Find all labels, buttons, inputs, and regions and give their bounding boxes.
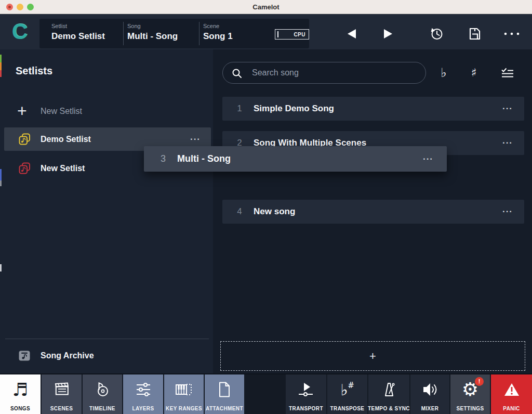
song-options-button[interactable]: ···: [502, 131, 513, 155]
tab-tempo-sync[interactable]: TEMPO & SYNC: [368, 374, 409, 414]
header-more-button[interactable]: [503, 32, 520, 36]
scene-label: Scene: [203, 23, 219, 29]
search-input[interactable]: [252, 62, 418, 83]
tab-label: TEMPO & SYNC: [368, 406, 410, 411]
archive-divider: [5, 339, 209, 339]
tab-label: SCENES: [50, 406, 73, 411]
speaker-icon: [410, 379, 449, 400]
search-icon: [232, 68, 243, 79]
song-options-button[interactable]: ···: [502, 97, 513, 121]
song-number: 1: [235, 97, 244, 121]
tab-panic[interactable]: PANIC: [491, 374, 532, 414]
macos-titlebar: Camelot: [0, 0, 532, 14]
song-options-button[interactable]: ···: [502, 200, 513, 224]
more-icon: [503, 32, 520, 36]
song-number: 3: [158, 146, 168, 172]
song-title: New song: [254, 200, 295, 224]
setlist-label: Setlist: [51, 23, 67, 29]
save-icon: [468, 27, 482, 41]
screen-edge-artifact: [0, 169, 2, 180]
tab-scenes[interactable]: SCENES: [42, 374, 82, 414]
sort-list-icon: [501, 67, 514, 79]
window-title: Camelot: [0, 0, 532, 14]
setlists-sidebar: [0, 49, 213, 373]
setlist-icon: [19, 133, 31, 145]
setlists-title: Setlists: [16, 65, 52, 77]
plus-icon: +: [221, 342, 525, 370]
tab-layers[interactable]: LAYERS: [123, 374, 163, 414]
tab-attachment[interactable]: ATTACHMENT: [205, 374, 244, 414]
song-row[interactable]: 1 Simple Demo Song ···: [222, 97, 524, 121]
song-label: Song: [127, 23, 141, 29]
divider: [199, 22, 200, 45]
app-header: C Setlist Demo Setlist Song Multi - Song…: [0, 14, 532, 49]
timeline-note-icon: [83, 379, 122, 400]
transport-icon: [286, 379, 326, 400]
sharp-filter-button[interactable]: ♯: [467, 62, 481, 84]
screen-edge-artifact: [0, 55, 2, 62]
song-value: Multi - Song: [127, 31, 178, 42]
document-icon: [205, 379, 244, 400]
song-title: Simple Demo Song: [254, 97, 334, 121]
clapperboard-icon: [42, 379, 82, 400]
dragged-song-row[interactable]: 3 Multi - Song ···: [144, 146, 447, 172]
tab-label: KEY RANGES: [166, 406, 202, 411]
next-song-button[interactable]: [381, 28, 395, 40]
tab-songs[interactable]: ♬ SONGS: [0, 374, 41, 414]
tab-label: TIMELINE: [89, 406, 115, 411]
camelot-logo: C: [0, 14, 39, 49]
divider: [123, 22, 124, 45]
setlist-name: New Setlist: [41, 157, 85, 180]
setlist-name: Demo Setlist: [41, 127, 91, 151]
song-archive-button[interactable]: Song Archive: [0, 344, 213, 368]
search-bar: [222, 62, 426, 84]
main-area: Setlists + New Setlist Demo Setlist ···: [0, 49, 532, 373]
tab-label: SONGS: [10, 406, 30, 411]
cpu-meter-level: [277, 31, 278, 37]
new-setlist-button[interactable]: + New Setlist: [0, 99, 213, 123]
tab-label: TRANSPORT: [289, 406, 323, 411]
sliders-icon: [123, 379, 163, 400]
tab-transpose[interactable]: ♭# TRANSPOSE: [327, 374, 367, 414]
screen-edge-artifact: [0, 180, 2, 186]
setlist-icon: [19, 162, 31, 174]
tab-transport[interactable]: TRANSPORT: [286, 374, 326, 414]
tab-timeline[interactable]: TIMELINE: [83, 374, 122, 414]
tab-label: PANIC: [503, 406, 520, 411]
song-title: Multi - Song: [177, 146, 231, 172]
tab-mixer[interactable]: MIXER: [410, 374, 449, 414]
cpu-label: CPU: [294, 32, 305, 37]
song-number: 4: [235, 200, 244, 224]
screen-edge-artifact: [0, 264, 2, 271]
screen-edge-artifact: [0, 70, 2, 77]
add-song-dropzone[interactable]: +: [220, 341, 525, 371]
history-icon: [430, 27, 444, 41]
tab-label: LAYERS: [132, 406, 154, 411]
tab-key-ranges[interactable]: KEY RANGES: [164, 374, 204, 414]
tab-settings[interactable]: ⚙ ! SETTINGS: [450, 374, 490, 414]
metronome-icon: [368, 379, 409, 400]
history-button[interactable]: [429, 27, 444, 41]
flat-filter-button[interactable]: ♭: [436, 62, 451, 84]
song-archive-icon: [18, 350, 31, 362]
tab-label: SETTINGS: [456, 406, 484, 411]
next-icon: [382, 28, 394, 40]
bottom-toolbar: ♬ SONGS SCENES: [0, 373, 532, 414]
previous-song-button[interactable]: [345, 28, 358, 40]
song-row[interactable]: 4 New song ···: [222, 200, 524, 224]
setlist-value: Demo Setlist: [51, 31, 105, 42]
warning-triangle-icon: [491, 379, 532, 400]
save-button[interactable]: [468, 27, 482, 41]
song-archive-label: Song Archive: [41, 344, 94, 368]
song-options-button[interactable]: ···: [423, 146, 433, 172]
scene-value: Song 1: [203, 31, 233, 42]
screen-edge-artifact: [0, 62, 2, 70]
plus-icon: +: [17, 100, 27, 121]
sort-songs-button[interactable]: [501, 67, 514, 81]
tab-label: MIXER: [421, 406, 439, 411]
previous-icon: [345, 28, 358, 40]
tab-label: TRANSPOSE: [330, 406, 365, 411]
now-playing-panel[interactable]: Setlist Demo Setlist Song Multi - Song S…: [39, 19, 309, 48]
songs-notes-icon: ♬: [0, 379, 41, 400]
settings-notification-badge: !: [475, 377, 484, 386]
